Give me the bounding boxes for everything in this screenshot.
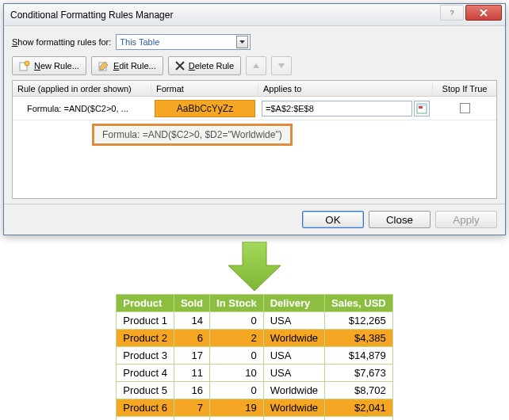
table-cell: 14 [174, 312, 209, 330]
table-cell: Product 2 [117, 330, 174, 347]
close-window-button[interactable] [465, 5, 502, 21]
table-cell: 2 [210, 330, 264, 347]
svg-text:?: ? [450, 9, 454, 17]
move-up-button[interactable] [246, 56, 266, 75]
format-preview: AaBbCcYyZz [155, 100, 255, 117]
result-arrow [3, 242, 506, 291]
range-picker-button[interactable] [414, 101, 430, 116]
table-cell: $4,385 [325, 330, 393, 347]
table-row: Product 1140USA$12,265 [117, 312, 393, 330]
applies-to-input[interactable] [262, 101, 412, 116]
arrow-down-icon [227, 242, 282, 291]
table-row: Product 41110USA$7,673 [117, 365, 393, 382]
table-header: In Stock [210, 295, 264, 312]
edit-rule-icon [98, 60, 109, 71]
table-cell: 16 [174, 382, 209, 399]
svg-rect-6 [417, 104, 427, 106]
table-header: Sales, USD [325, 295, 393, 312]
result-table: ProductSoldIn StockDeliverySales, USD Pr… [116, 294, 393, 420]
table-cell: 14 [174, 417, 209, 421]
formula-tooltip: Formula: =AND($C2>0, $D2="Worldwide") [92, 124, 293, 146]
svg-point-2 [25, 61, 29, 66]
col-applies-header: Applies to [258, 84, 433, 94]
table-row: Product 7141USA$10,279 [117, 417, 393, 421]
chevron-down-icon [278, 63, 285, 68]
table-cell: 11 [174, 365, 209, 382]
table-cell: 0 [210, 347, 264, 365]
table-cell: $7,673 [325, 365, 393, 382]
table-cell: Product 1 [117, 312, 174, 330]
table-cell: 17 [174, 347, 209, 365]
table-cell: Worldwide [263, 330, 324, 347]
table-cell: 6 [174, 330, 209, 347]
scope-label: Show formatting rules for: [12, 37, 111, 47]
help-button[interactable]: ? [440, 5, 464, 21]
new-rule-button[interactable]: New Rule... [12, 56, 86, 75]
table-cell: $2,041 [325, 399, 393, 417]
table-cell: Worldwide [263, 399, 324, 417]
table-cell: Product 6 [117, 399, 174, 417]
table-cell: $8,702 [325, 382, 393, 399]
col-rule-header: Rule (applied in order shown) [13, 84, 151, 94]
delete-rule-button[interactable]: Delete Rule [168, 56, 242, 75]
chevron-up-icon [253, 63, 259, 68]
table-cell: USA [263, 347, 324, 365]
close-button[interactable]: Close [369, 211, 431, 228]
chevron-down-icon [236, 36, 248, 48]
scope-value: This Table [120, 37, 159, 47]
table-cell: $14,879 [325, 347, 393, 365]
rule-row[interactable]: Formula: =AND($C2>0, ... AaBbCcYyZz [13, 97, 496, 120]
table-row: Product 6719Worldwide$2,041 [117, 399, 393, 417]
rule-description: Formula: =AND($C2>0, ... [13, 104, 151, 113]
table-row: Product 262Worldwide$4,385 [117, 330, 393, 347]
move-down-button[interactable] [271, 56, 292, 75]
stop-if-true-checkbox[interactable] [460, 103, 470, 113]
table-cell: Product 4 [117, 365, 174, 382]
table-cell: Product 7 [117, 417, 174, 421]
table-cell: USA [263, 365, 324, 382]
col-format-header: Format [151, 84, 258, 94]
table-cell: 0 [210, 312, 264, 330]
titlebar: Conditional Formatting Rules Manager ? [4, 4, 505, 26]
ok-button[interactable]: OK [302, 211, 364, 228]
table-cell: 10 [210, 365, 264, 382]
table-cell: USA [263, 312, 324, 330]
table-row: Product 3170USA$14,879 [117, 347, 393, 365]
table-cell: $12,265 [325, 312, 393, 330]
table-row: Product 5160Worldwide$8,702 [117, 382, 393, 399]
edit-rule-button[interactable]: Edit Rule... [91, 56, 163, 75]
delete-rule-icon [175, 61, 185, 71]
table-header: Product [117, 295, 174, 312]
table-header: Delivery [263, 295, 324, 312]
table-cell: 19 [210, 399, 264, 417]
new-rule-icon [19, 60, 30, 71]
table-cell: 7 [174, 399, 209, 417]
cf-rules-manager-dialog: Conditional Formatting Rules Manager ? S… [3, 3, 506, 235]
table-header: Sold [174, 295, 209, 312]
table-cell: Product 5 [117, 382, 174, 399]
table-cell: 1 [210, 417, 264, 421]
table-cell: Worldwide [263, 382, 324, 399]
scope-combobox[interactable]: This Table [116, 34, 251, 50]
range-select-icon [416, 103, 427, 114]
rules-list: Rule (applied in order shown) Format App… [12, 80, 497, 199]
apply-button[interactable]: Apply [435, 211, 497, 228]
table-cell: $10,279 [325, 417, 393, 421]
dialog-title: Conditional Formatting Rules Manager [10, 10, 440, 21]
col-stop-header: Stop If True [433, 84, 496, 94]
table-cell: USA [263, 417, 324, 421]
table-cell: 0 [210, 382, 264, 399]
table-cell: Product 3 [117, 347, 174, 365]
